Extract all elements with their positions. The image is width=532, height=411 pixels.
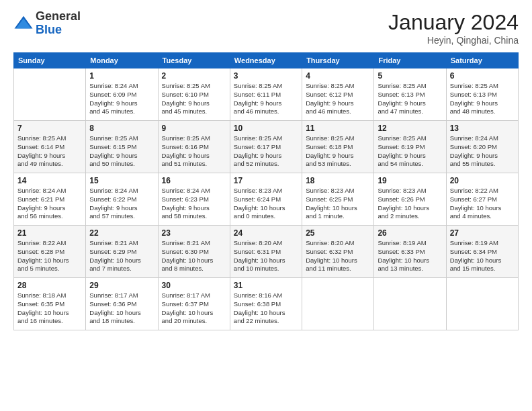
day-info: Sunrise: 8:18 AMSunset: 6:35 PMDaylight:… [17,291,82,326]
day-info: Sunrise: 8:17 AMSunset: 6:36 PMDaylight:… [89,291,154,326]
day-info: Sunrise: 8:20 AMSunset: 6:31 PMDaylight:… [234,239,298,273]
day-number: 31 [234,281,298,290]
logo-blue: Blue [36,23,62,36]
calendar-week-4: 28Sunrise: 8:18 AMSunset: 6:35 PMDayligh… [14,278,519,330]
day-info: Sunrise: 8:22 AMSunset: 6:28 PMDaylight:… [17,239,82,273]
day-number: 30 [162,281,226,290]
day-number: 24 [234,228,298,238]
calendar-dow-thursday: Thursday [302,53,374,68]
calendar-cell: 24Sunrise: 8:20 AMSunset: 6:31 PMDayligh… [230,226,302,278]
day-info: Sunrise: 8:24 AMSunset: 6:22 PMDaylight:… [89,187,154,221]
calendar-header-row: SundayMondayTuesdayWednesdayThursdayFrid… [14,53,519,68]
day-info: Sunrise: 8:25 AMSunset: 6:14 PMDaylight:… [17,134,82,169]
day-number: 2 [162,71,226,81]
day-info: Sunrise: 8:24 AMSunset: 6:23 PMDaylight:… [162,187,226,221]
day-info: Sunrise: 8:20 AMSunset: 6:32 PMDaylight:… [306,239,370,273]
calendar-cell: 12Sunrise: 8:25 AMSunset: 6:19 PMDayligh… [374,121,446,173]
calendar-cell: 1Sunrise: 8:24 AMSunset: 6:09 PMDaylight… [86,68,158,121]
calendar-cell: 18Sunrise: 8:23 AMSunset: 6:25 PMDayligh… [302,173,374,226]
title-block: January 2024 Heyin, Qinghai, China [388,10,519,46]
day-info: Sunrise: 8:21 AMSunset: 6:30 PMDaylight:… [162,239,226,273]
calendar-cell: 8Sunrise: 8:25 AMSunset: 6:15 PMDaylight… [86,121,158,173]
calendar-cell: 27Sunrise: 8:19 AMSunset: 6:34 PMDayligh… [446,226,518,278]
day-info: Sunrise: 8:19 AMSunset: 6:33 PMDaylight:… [378,239,442,273]
day-number: 13 [450,124,515,133]
calendar-dow-monday: Monday [86,53,158,68]
header: General Blue January 2024 Heyin, Qinghai… [13,10,519,46]
location: Heyin, Qinghai, China [388,35,519,46]
day-info: Sunrise: 8:24 AMSunset: 6:09 PMDaylight:… [89,82,154,116]
day-number: 17 [234,176,298,185]
day-number: 14 [17,176,82,185]
day-number: 29 [89,281,154,290]
calendar-cell: 30Sunrise: 8:17 AMSunset: 6:37 PMDayligh… [158,278,230,330]
calendar-cell: 16Sunrise: 8:24 AMSunset: 6:23 PMDayligh… [158,173,230,226]
day-number: 6 [450,71,515,81]
day-number: 12 [378,124,442,133]
calendar-cell: 22Sunrise: 8:21 AMSunset: 6:29 PMDayligh… [86,226,158,278]
calendar-cell: 6Sunrise: 8:25 AMSunset: 6:13 PMDaylight… [446,68,518,121]
day-number: 7 [17,124,82,133]
day-number: 3 [234,71,298,81]
calendar-cell: 31Sunrise: 8:16 AMSunset: 6:38 PMDayligh… [230,278,302,330]
calendar-cell: 23Sunrise: 8:21 AMSunset: 6:30 PMDayligh… [158,226,230,278]
calendar-cell: 21Sunrise: 8:22 AMSunset: 6:28 PMDayligh… [14,226,86,278]
calendar-cell [446,278,518,330]
day-number: 18 [306,176,370,185]
day-info: Sunrise: 8:24 AMSunset: 6:21 PMDaylight:… [17,187,82,221]
calendar-cell: 26Sunrise: 8:19 AMSunset: 6:33 PMDayligh… [374,226,446,278]
calendar-dow-wednesday: Wednesday [230,53,302,68]
calendar-cell: 2Sunrise: 8:25 AMSunset: 6:10 PMDaylight… [158,68,230,121]
day-info: Sunrise: 8:22 AMSunset: 6:27 PMDaylight:… [450,187,515,221]
day-number: 8 [89,124,154,133]
day-number: 9 [162,124,226,133]
calendar-week-3: 21Sunrise: 8:22 AMSunset: 6:28 PMDayligh… [14,226,519,278]
calendar-dow-sunday: Sunday [14,53,86,68]
calendar-week-1: 7Sunrise: 8:25 AMSunset: 6:14 PMDaylight… [14,121,519,173]
day-number: 28 [17,281,82,290]
day-number: 21 [17,228,82,238]
day-info: Sunrise: 8:19 AMSunset: 6:34 PMDaylight:… [450,239,515,273]
calendar-cell: 19Sunrise: 8:23 AMSunset: 6:26 PMDayligh… [374,173,446,226]
logo-general: General [36,9,81,23]
calendar-cell: 9Sunrise: 8:25 AMSunset: 6:16 PMDaylight… [158,121,230,173]
calendar-cell: 20Sunrise: 8:22 AMSunset: 6:27 PMDayligh… [446,173,518,226]
logo-text: General Blue [36,10,81,37]
day-info: Sunrise: 8:25 AMSunset: 6:11 PMDaylight:… [234,82,298,116]
day-info: Sunrise: 8:25 AMSunset: 6:13 PMDaylight:… [378,82,442,116]
day-number: 23 [162,228,226,238]
calendar-cell: 5Sunrise: 8:25 AMSunset: 6:13 PMDaylight… [374,68,446,121]
logo: General Blue [13,10,81,37]
day-info: Sunrise: 8:25 AMSunset: 6:10 PMDaylight:… [162,82,226,116]
calendar-cell [302,278,374,330]
calendar-week-0: 1Sunrise: 8:24 AMSunset: 6:09 PMDaylight… [14,68,519,121]
logo-icon [13,13,34,34]
day-info: Sunrise: 8:17 AMSunset: 6:37 PMDaylight:… [162,291,226,326]
calendar-cell: 11Sunrise: 8:25 AMSunset: 6:18 PMDayligh… [302,121,374,173]
calendar-cell: 25Sunrise: 8:20 AMSunset: 6:32 PMDayligh… [302,226,374,278]
day-number: 4 [306,71,370,81]
calendar-cell: 3Sunrise: 8:25 AMSunset: 6:11 PMDaylight… [230,68,302,121]
calendar-cell [374,278,446,330]
calendar-cell: 7Sunrise: 8:25 AMSunset: 6:14 PMDaylight… [14,121,86,173]
page: General Blue January 2024 Heyin, Qinghai… [0,0,532,411]
day-info: Sunrise: 8:23 AMSunset: 6:24 PMDaylight:… [234,187,298,221]
calendar-dow-tuesday: Tuesday [158,53,230,68]
day-info: Sunrise: 8:16 AMSunset: 6:38 PMDaylight:… [234,291,298,326]
day-number: 20 [450,176,515,185]
day-number: 19 [378,176,442,185]
month-title: January 2024 [388,10,519,35]
day-info: Sunrise: 8:25 AMSunset: 6:12 PMDaylight:… [306,82,370,116]
calendar-week-2: 14Sunrise: 8:24 AMSunset: 6:21 PMDayligh… [14,173,519,226]
day-number: 16 [162,176,226,185]
day-info: Sunrise: 8:25 AMSunset: 6:19 PMDaylight:… [378,134,442,169]
day-number: 1 [89,71,154,81]
calendar-cell [14,68,86,121]
day-info: Sunrise: 8:25 AMSunset: 6:15 PMDaylight:… [89,134,154,169]
day-number: 15 [89,176,154,185]
calendar-table: SundayMondayTuesdayWednesdayThursdayFrid… [13,52,519,330]
day-number: 10 [234,124,298,133]
day-number: 25 [306,228,370,238]
day-info: Sunrise: 8:23 AMSunset: 6:26 PMDaylight:… [378,187,442,221]
day-info: Sunrise: 8:25 AMSunset: 6:16 PMDaylight:… [162,134,226,169]
